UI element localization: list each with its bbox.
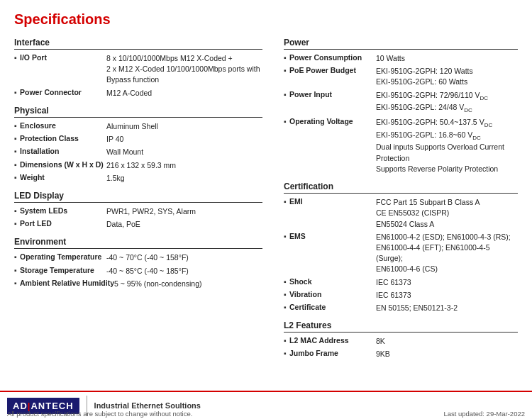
spec-label: Storage Temperature [14, 266, 106, 274]
spec-value: Data, PoE [106, 219, 262, 230]
spec-item: Power ConnectorM12 A-Coded [14, 88, 262, 99]
spec-label: System LEDs [14, 206, 106, 215]
spec-item: EnclosureAluminum Shell [14, 121, 262, 132]
spec-item: Operating Temperature-40 ~ 70°C (-40 ~ 1… [14, 252, 262, 263]
spec-item: L2 MAC Address8K [284, 336, 518, 347]
spec-value: EKI-9510G-2GPH: 120 WattsEKI-9510G-2GPL:… [376, 66, 518, 87]
section-title: Interface [14, 38, 262, 50]
spec-label: Power Connector [14, 88, 106, 96]
spec-label: Operating Voltage [284, 117, 376, 125]
footer-date: Last updated: 29-Mar-2022 [443, 410, 525, 418]
spec-label: EMS [284, 232, 376, 240]
section-title: LED Display [14, 191, 262, 203]
spec-label: Ambient Relative Humidity [14, 279, 114, 287]
spec-item: EMIFCC Part 15 Subpart B Class ACE EN550… [284, 197, 518, 230]
spec-label: Protection Class [14, 134, 106, 143]
spec-value: -40 ~ 85°C (-40 ~ 185°F) [106, 266, 262, 276]
footer-note: All product specifications are subject t… [7, 410, 192, 418]
spec-value: IP 40 [106, 134, 262, 145]
spec-item: Power Consumption10 Watts [284, 53, 518, 64]
section-title: Power [284, 38, 518, 50]
spec-label: Operating Temperature [14, 252, 106, 261]
spec-item: ShockIEC 61373 [284, 277, 518, 288]
spec-label: Dimensions (W x H x D) [14, 160, 106, 169]
spec-label: EMI [284, 197, 376, 206]
spec-item: Weight1.5kg [14, 173, 262, 184]
main-content: Specifications InterfaceI/O Port8 x 10/1… [0, 0, 532, 405]
spec-item: Dimensions (W x H x D)216 x 132 x 59.3 m… [14, 160, 262, 171]
spec-label: Installation [14, 147, 106, 155]
spec-label: Weight [14, 173, 106, 181]
spec-item: Port LEDData, PoE [14, 219, 262, 230]
spec-label: Power Consumption [284, 53, 376, 62]
spec-value: FCC Part 15 Subpart B Class ACE EN55032 … [376, 197, 518, 230]
spec-value: IEC 61373 [376, 290, 518, 301]
spec-item: Power InputEKI-9510G-2GPH: 72/96/110 VDC… [284, 90, 518, 115]
spec-label: PoE Power Budget [284, 66, 376, 74]
spec-label: Jumbo Frame [284, 349, 376, 357]
spec-value: -40 ~ 70°C (-40 ~ 158°F) [106, 252, 262, 263]
spec-value: EN61000-4-2 (ESD); EN61000-4-3 (RS);EN61… [376, 232, 518, 275]
spec-value: EKI-9510G-2GPH: 50.4~137.5 VDCEKI-9510G-… [376, 117, 518, 174]
spec-item: I/O Port8 x 10/100/1000Mbps M12 X-Coded … [14, 53, 262, 86]
spec-item: CertificateEN 50155; EN50121-3-2 [284, 303, 518, 313]
left-column: InterfaceI/O Port8 x 10/100/1000Mbps M12… [14, 38, 277, 362]
page-title: Specifications [14, 11, 518, 28]
spec-item: Jumbo Frame9KB [284, 349, 518, 359]
spec-value: Aluminum Shell [106, 121, 262, 132]
spec-item: VibrationIEC 61373 [284, 290, 518, 301]
spec-item: System LEDsPWR1, PWR2, SYS, Alarm [14, 206, 262, 217]
spec-value: M12 A-Coded [106, 88, 262, 99]
section-title: Physical [14, 106, 262, 118]
spec-value: 5 ~ 95% (non-condensing) [114, 279, 262, 289]
spec-item: Storage Temperature-40 ~ 85°C (-40 ~ 185… [14, 266, 262, 276]
spec-value: 8 x 10/100/1000Mbps M12 X-Coded +2 x M12… [106, 53, 262, 86]
spec-value: EKI-9510G-2GPH: 72/96/110 VDCEKI-9510G-2… [376, 90, 518, 115]
spec-item: EMSEN61000-4-2 (ESD); EN61000-4-3 (RS);E… [284, 232, 518, 275]
spec-value: 216 x 132 x 59.3 mm [106, 160, 262, 171]
spec-label: I/O Port [14, 53, 106, 62]
spec-item: PoE Power BudgetEKI-9510G-2GPH: 120 Watt… [284, 66, 518, 87]
right-column: PowerPower Consumption10 WattsPoE Power … [277, 38, 518, 362]
spec-label: Certificate [284, 303, 376, 311]
spec-value: 8K [376, 336, 518, 347]
spec-value: 1.5kg [106, 173, 262, 184]
section-title: L2 Features [284, 320, 518, 333]
spec-value: 10 Watts [376, 53, 518, 64]
spec-value: Wall Mount [106, 147, 262, 157]
spec-item: Protection ClassIP 40 [14, 134, 262, 145]
spec-value: EN 50155; EN50121-3-2 [376, 303, 518, 313]
spec-label: L2 MAC Address [284, 336, 376, 345]
spec-label: Enclosure [14, 121, 106, 130]
footer: AD|ANTECH Industrial Ethernet Soultions … [0, 391, 532, 419]
section-title: Certification [284, 181, 518, 194]
spec-item: Ambient Relative Humidity5 ~ 95% (non-co… [14, 279, 262, 289]
spec-label: Shock [284, 277, 376, 286]
two-column-layout: InterfaceI/O Port8 x 10/100/1000Mbps M12… [14, 38, 518, 362]
footer-tagline: Industrial Ethernet Soultions [94, 401, 201, 410]
spec-value: IEC 61373 [376, 277, 518, 288]
section-title: Environment [14, 237, 262, 249]
spec-value: PWR1, PWR2, SYS, Alarm [106, 206, 262, 217]
spec-item: InstallationWall Mount [14, 147, 262, 157]
spec-value: 9KB [376, 349, 518, 359]
spec-item: Operating VoltageEKI-9510G-2GPH: 50.4~13… [284, 117, 518, 174]
spec-label: Power Input [284, 90, 376, 99]
spec-label: Vibration [284, 290, 376, 298]
spec-label: Port LED [14, 219, 106, 228]
